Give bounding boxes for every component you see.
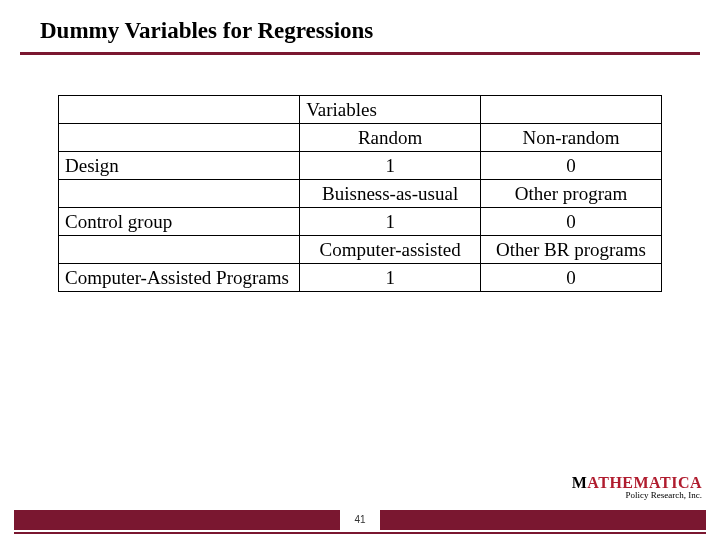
page-number: 41 (340, 509, 380, 531)
cell-value: 0 (481, 264, 662, 292)
cell-value: 0 (481, 208, 662, 236)
brand-name: ATHEMATICA (587, 474, 702, 491)
cell-empty (59, 124, 300, 152)
col-header: Random (300, 124, 481, 152)
col-header: Computer-assisted (300, 236, 481, 264)
col-header: Buisness-as-usual (300, 180, 481, 208)
title-divider (20, 52, 700, 55)
brand-logo: MATHEMATICA Policy Research, Inc. (572, 474, 702, 500)
cell-empty (59, 180, 300, 208)
row-label: Design (59, 152, 300, 180)
dummy-variables-table: Variables Random Non-random Design 1 0 B… (58, 95, 662, 292)
slide-title: Dummy Variables for Regressions (40, 18, 720, 44)
cell-empty (481, 96, 662, 124)
cell-empty (59, 236, 300, 264)
brand-letter: M (572, 474, 588, 491)
slide-footer: MATHEMATICA Policy Research, Inc. 41 (0, 510, 720, 540)
cell-value: 1 (300, 264, 481, 292)
cell-value: 0 (481, 152, 662, 180)
col-header: Other BR programs (481, 236, 662, 264)
col-header: Non-random (481, 124, 662, 152)
row-label: Computer-Assisted Programs (59, 264, 300, 292)
cell-value: 1 (300, 152, 481, 180)
col-header: Other program (481, 180, 662, 208)
variables-header: Variables (300, 96, 481, 124)
cell-value: 1 (300, 208, 481, 236)
row-label: Control group (59, 208, 300, 236)
cell-empty (59, 96, 300, 124)
